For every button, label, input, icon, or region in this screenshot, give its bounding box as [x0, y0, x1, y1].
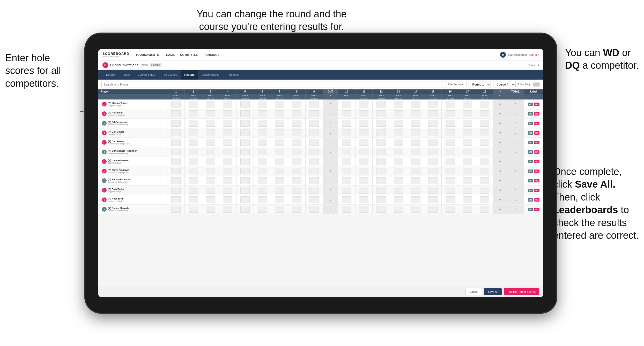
score-input-h14[interactable] [411, 120, 420, 127]
hole-7-score[interactable] [271, 138, 288, 147]
score-input-h11[interactable] [359, 168, 368, 174]
score-input-h11[interactable] [359, 139, 368, 146]
hole-4-score[interactable] [219, 138, 236, 147]
score-input-h18[interactable] [480, 158, 489, 165]
scorecard-wrapper[interactable]: Player 1 2 3 4 5 6 7 8 9 OUT 10 11 12 [98, 89, 543, 286]
hole-6-score[interactable] [254, 195, 271, 205]
hole-10-score[interactable] [338, 157, 355, 166]
hole-9-score[interactable] [305, 166, 323, 176]
hole-12-score[interactable] [373, 195, 390, 205]
score-input-h11[interactable] [359, 149, 368, 155]
hole-12-score[interactable] [373, 119, 390, 128]
hole-11-score[interactable] [355, 109, 373, 119]
score-input-h13[interactable] [394, 110, 403, 117]
score-input-h18[interactable] [480, 120, 489, 127]
hole-14-score[interactable] [407, 119, 424, 128]
score-input-h7[interactable] [275, 187, 284, 194]
score-input-h2[interactable] [189, 139, 198, 146]
score-input-h2[interactable] [189, 120, 198, 127]
score-input-h2[interactable] [189, 110, 198, 117]
score-input-h12[interactable] [376, 149, 386, 155]
hole-7-score[interactable] [271, 186, 288, 195]
hole-18-score[interactable] [476, 128, 493, 138]
score-input-h4[interactable] [223, 158, 232, 165]
score-input-h14[interactable] [411, 101, 420, 107]
score-input-h17[interactable] [463, 120, 472, 127]
score-input-h13[interactable] [394, 149, 403, 155]
hole-8-score[interactable] [288, 138, 306, 147]
hole-5-score[interactable] [236, 119, 254, 128]
hole-1-score[interactable] [167, 157, 185, 166]
wd-button[interactable]: WD [528, 208, 533, 211]
score-input-h7[interactable] [275, 177, 284, 184]
score-input-h17[interactable] [463, 110, 472, 117]
score-input-h8[interactable] [292, 177, 301, 184]
score-input-h14[interactable] [411, 110, 420, 117]
hole-3-score[interactable] [202, 157, 219, 166]
dq-button[interactable]: DQ [534, 208, 539, 211]
nav-teams[interactable]: TEAMS [164, 53, 175, 56]
hole-7-score[interactable] [271, 99, 288, 109]
score-input-h18[interactable] [480, 129, 489, 136]
hole-17-score[interactable] [459, 109, 476, 119]
hole-17-score[interactable] [459, 166, 476, 176]
score-input-h13[interactable] [394, 168, 403, 174]
score-input-h18[interactable] [480, 187, 489, 194]
hole-15-score[interactable] [424, 157, 442, 166]
score-input-h17[interactable] [463, 101, 472, 107]
hole-12-score[interactable] [373, 138, 390, 147]
course-selector[interactable]: Course A [493, 81, 516, 88]
hole-14-score[interactable] [407, 166, 424, 176]
hole-8-score[interactable] [288, 186, 306, 195]
hole-2-score[interactable] [185, 195, 202, 205]
hole-7-score[interactable] [271, 176, 288, 186]
hole-10-score[interactable] [338, 109, 355, 119]
hole-3-score[interactable] [202, 109, 219, 119]
hole-2-score[interactable] [185, 138, 202, 147]
dq-button[interactable]: DQ [534, 112, 539, 116]
hole-17-score[interactable] [459, 186, 476, 195]
score-input-h11[interactable] [359, 158, 368, 165]
score-input-h7[interactable] [275, 149, 284, 155]
dq-button[interactable]: DQ [534, 141, 539, 144]
score-input-h10[interactable] [342, 206, 351, 213]
hole-14-score[interactable] [407, 138, 424, 147]
hole-2-score[interactable] [185, 157, 202, 166]
score-input-h14[interactable] [411, 168, 420, 174]
score-input-h3[interactable] [206, 139, 215, 146]
score-input-h3[interactable] [206, 187, 215, 194]
cancel-link[interactable]: Cancel X [528, 64, 539, 67]
hole-5-score[interactable] [236, 166, 254, 176]
dq-button[interactable]: DQ [534, 160, 539, 163]
dq-button[interactable]: DQ [534, 103, 539, 106]
score-input-h14[interactable] [411, 149, 420, 155]
score-input-h13[interactable] [394, 120, 403, 127]
hole-9-score[interactable] [305, 109, 323, 119]
score-input-h13[interactable] [394, 158, 403, 165]
hole-18-score[interactable] [476, 138, 493, 147]
hole-6-score[interactable] [254, 99, 271, 109]
dq-button[interactable]: DQ [534, 198, 539, 202]
hole-17-score[interactable] [459, 128, 476, 138]
hole-11-score[interactable] [355, 119, 373, 128]
score-input-h2[interactable] [189, 196, 198, 203]
hole-7-score[interactable] [271, 147, 288, 157]
nav-committee[interactable]: COMMITTEE [180, 53, 198, 56]
score-input-h6[interactable] [258, 206, 267, 213]
hole-3-score[interactable] [202, 128, 219, 138]
score-input-h5[interactable] [240, 177, 250, 184]
hole-8-score[interactable] [288, 119, 306, 128]
hole-17-score[interactable] [459, 176, 476, 186]
hole-4-score[interactable] [219, 157, 236, 166]
score-input-h18[interactable] [480, 149, 489, 155]
tab-leaderboards[interactable]: Leaderboards [198, 70, 223, 80]
hole-13-score[interactable] [390, 119, 407, 128]
hole-13-score[interactable] [390, 186, 407, 195]
hole-4-score[interactable] [219, 166, 236, 176]
hole-12-score[interactable] [373, 147, 390, 157]
hole-16-score[interactable] [442, 186, 459, 195]
hole-4-score[interactable] [219, 99, 236, 109]
score-input-h2[interactable] [189, 158, 198, 165]
score-input-h11[interactable] [359, 110, 368, 117]
score-input-h7[interactable] [275, 168, 284, 174]
